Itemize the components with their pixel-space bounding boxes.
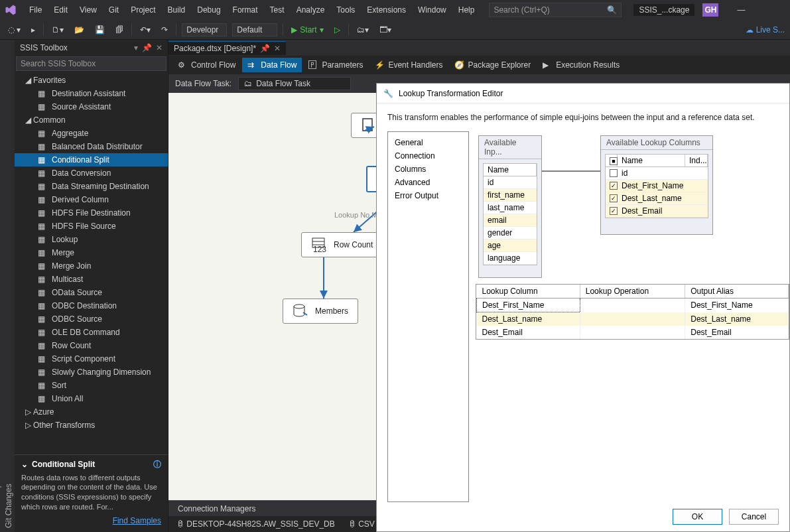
input-column-row[interactable]: last_name [484,202,537,214]
grid-row[interactable]: Dest_First_NameDest_First_Name [477,299,789,312]
input-columns-box[interactable]: Available Inp... Name idfirst_namelast_n… [478,135,542,278]
group-common[interactable]: ◢Common [15,113,168,127]
toolbox-item[interactable]: ▦Balanced Data Distributor [15,140,168,153]
nav-advanced[interactable]: Advanced [388,176,468,189]
toolbox-item[interactable]: ▦Source Assistant [15,100,168,113]
toolbox-item[interactable]: ▦Data Streaming Destination [15,180,168,193]
col-header[interactable]: Name [484,164,537,176]
grid-header[interactable]: Lookup Operation [580,285,685,299]
node-row-count[interactable]: 123 Row Count [301,232,383,257]
start-button[interactable]: ▶ Start ▾ [289,24,326,36]
lookup-column-row[interactable]: id [606,167,708,180]
toolbox-item[interactable]: ▦Slowly Changing Dimension [15,366,168,379]
toolbox-item[interactable]: ▦Data Conversion [15,166,168,180]
toolbox-item[interactable]: ▦Lookup [15,233,168,246]
cancel-button[interactable]: Cancel [729,509,779,525]
nav-connection[interactable]: Connection [388,149,468,163]
menu-extensions[interactable]: Extensions [362,3,411,17]
input-column-row[interactable]: first_name [484,189,537,202]
package-button[interactable]: 🗂▾ [354,24,371,36]
menu-analyze[interactable]: Analyze [291,3,330,17]
solution-name[interactable]: SSIS_...ckage [633,4,694,16]
close-icon[interactable]: ✕ [156,43,163,52]
input-column-row[interactable]: language [484,252,537,265]
group-other[interactable]: ▷Other Transforms [15,419,168,432]
search-input[interactable]: Search (Ctrl+Q) 🔍 [489,3,622,17]
toolbox-item[interactable]: ▦Merge [15,246,168,259]
toolbox-item[interactable]: ▦Aggregate [15,127,168,140]
toolbox-item[interactable]: ▦ODBC Destination [15,299,168,312]
menu-git[interactable]: Git [103,3,124,17]
tab-event-handlers[interactable]: ⚡Event Handlers [369,58,448,72]
grid-header[interactable]: Output Alias [685,285,789,299]
checkbox[interactable]: ✓ [610,207,618,215]
user-badge[interactable]: GH [702,3,718,17]
checkbox[interactable]: ✓ [610,182,618,190]
toolbox-item[interactable]: ▦Multicast [15,273,168,286]
chevron-down-icon[interactable]: ⌄ [21,460,28,469]
dropdown-icon[interactable]: ▾ [134,43,138,52]
toolbox-item[interactable]: ▦Merge Join [15,259,168,273]
pin-icon[interactable]: 📌 [260,44,270,53]
menu-project[interactable]: Project [125,3,161,17]
nav-fwd-button[interactable]: ▸ [29,24,38,36]
config-combo[interactable]: Developr [182,23,227,36]
tab-execution-results[interactable]: ▶Execution Results [537,58,625,72]
group-favorites[interactable]: ◢Favorites [15,74,168,87]
input-column-row[interactable]: id [484,176,537,189]
col-header[interactable]: Name [618,155,685,166]
undo-button[interactable]: ↶▾ [137,24,153,36]
toolbox-item[interactable]: ▦Sort [15,379,168,392]
variables-button[interactable]: 🗔▾ [377,24,394,36]
menu-tools[interactable]: Tools [331,3,360,17]
check-all[interactable]: ■ [610,157,618,165]
toolbox-tree[interactable]: ◢Favorites ▦Destination Assistant▦Source… [15,74,168,454]
rail-solution-explorer[interactable]: Solution Explorer [0,45,3,532]
node-members[interactable]: Members [283,299,358,324]
menu-debug[interactable]: Debug [192,3,226,17]
grid-row[interactable]: Dest_EmailDest_Email [477,326,789,339]
menu-file[interactable]: File [24,3,47,17]
checkbox[interactable]: ✓ [610,194,618,202]
minimize-button[interactable]: — [732,5,750,15]
toolbox-item[interactable]: ▦OLE DB Command [15,326,168,339]
ok-button[interactable]: OK [673,509,722,525]
mapping-grid[interactable]: Lookup Column Lookup Operation Output Al… [476,284,789,340]
redo-button[interactable]: ↷ [159,24,170,36]
grid-header[interactable]: Lookup Column [477,285,580,299]
toolbox-search-input[interactable]: Search SSIS Toolbox [16,56,166,71]
dialog-title-bar[interactable]: 🔧 Lookup Transformation Editor [377,84,789,103]
toolbox-item[interactable]: ▦HDFS File Destination [15,206,168,220]
group-azure[interactable]: ▷Azure [15,405,168,419]
toolbox-item[interactable]: ▦ODBC Source [15,312,168,326]
start-noDebug-button[interactable]: ▷ [332,24,343,36]
tab-data-flow[interactable]: ⇉Data Flow [242,58,302,72]
grid-row[interactable]: Dest_Last_nameDest_Last_name [477,312,789,326]
input-column-row[interactable]: gender [484,227,537,239]
menu-view[interactable]: View [74,3,102,17]
pin-icon[interactable]: 📌 [142,43,152,52]
conn-item-db[interactable]: 🛢 DESKTOP-44SH82S.AW_SSIS_DEV_DB [176,519,335,529]
toolbox-item[interactable]: ▦Union All [15,392,168,405]
lookup-column-row[interactable]: ✓Dest_First_Name [606,180,708,192]
col-header[interactable]: Ind... [685,155,708,166]
toolbox-item[interactable]: ▦Destination Assistant [15,87,168,100]
input-column-row[interactable]: email [484,214,537,227]
toolbox-item[interactable]: ▦HDFS File Source [15,220,168,233]
find-samples-link[interactable]: Find Samples [21,516,161,525]
nav-back-button[interactable]: ◌ ▾ [5,24,23,36]
save-button[interactable]: 💾 [92,24,107,36]
menu-build[interactable]: Build [163,3,191,17]
save-all-button[interactable]: 🗐 [113,24,126,36]
lookup-column-row[interactable]: ✓Dest_Email [606,205,708,218]
menu-test[interactable]: Test [265,3,290,17]
nav-columns[interactable]: Columns [388,163,468,176]
tab-control-flow[interactable]: ⚙Control Flow [172,58,241,72]
toolbox-item[interactable]: ▦Script Component [15,352,168,366]
menu-edit[interactable]: Edit [48,3,73,17]
new-item-button[interactable]: 🗋▾ [49,24,66,36]
nav-error-output[interactable]: Error Output [388,189,468,202]
live-share-button[interactable]: ☁ Live S... [746,25,785,34]
toolbox-item[interactable]: ▦Row Count [15,339,168,352]
checkbox[interactable] [610,169,618,177]
